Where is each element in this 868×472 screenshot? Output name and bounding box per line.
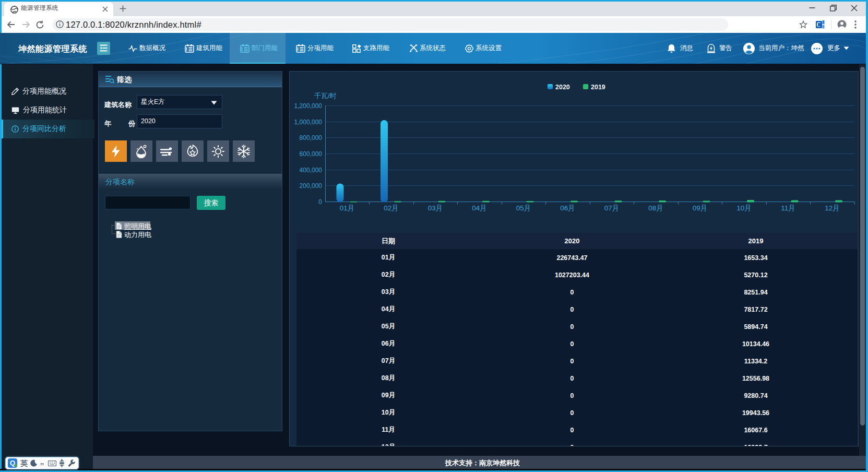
svg-text:800,000: 800,000: [300, 134, 323, 141]
svg-text:1,000,000: 1,000,000: [294, 119, 323, 126]
svg-text:0: 0: [318, 198, 322, 206]
svg-text:03月: 03月: [428, 204, 443, 212]
svg-text:10月: 10月: [736, 204, 752, 212]
svg-text:千瓦/时: 千瓦/时: [314, 92, 337, 100]
svg-text:400,000: 400,000: [300, 167, 323, 174]
svg-text:600,000: 600,000: [300, 150, 323, 158]
svg-text:07月: 07月: [604, 204, 620, 212]
svg-text:2020: 2020: [555, 84, 570, 91]
svg-text:12月: 12月: [825, 204, 840, 212]
svg-text:02月: 02月: [384, 204, 399, 212]
svg-text:06月: 06月: [560, 204, 575, 212]
svg-text:09月: 09月: [693, 204, 708, 212]
svg-text:11月: 11月: [781, 204, 795, 212]
svg-text:200,000: 200,000: [300, 182, 323, 190]
svg-text:2019: 2019: [591, 84, 605, 91]
svg-text:05月: 05月: [516, 204, 531, 212]
svg-text:08月: 08月: [648, 204, 663, 212]
svg-text:01月: 01月: [340, 204, 355, 212]
svg-text:1,200,000: 1,200,000: [294, 102, 323, 110]
svg-text:04月: 04月: [472, 204, 487, 212]
